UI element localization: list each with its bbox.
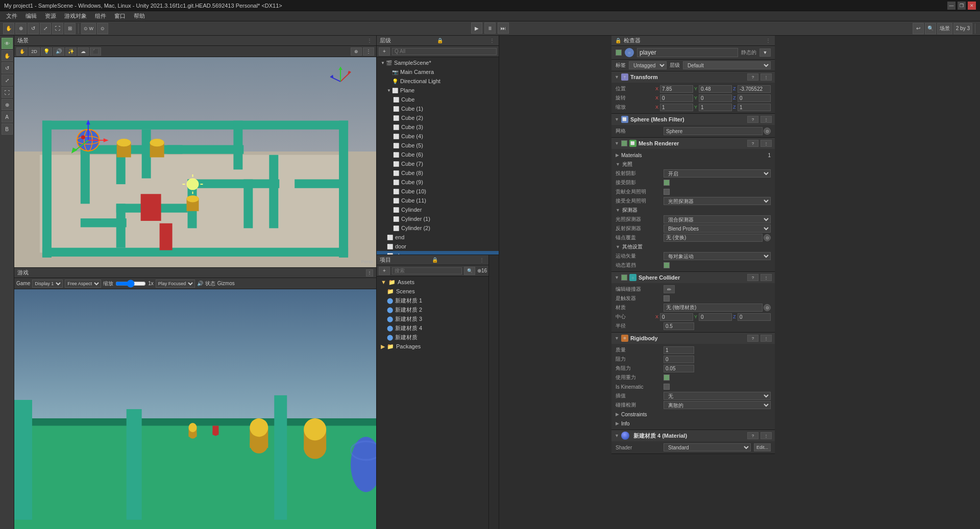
hierarchy-add-btn[interactable]: + xyxy=(379,47,390,56)
cast-shadow-dropdown[interactable]: 开启 xyxy=(664,169,771,178)
toolbar-center-btn[interactable]: ⊙ W xyxy=(81,23,96,34)
center-z-input[interactable] xyxy=(738,313,771,321)
receive-gi-dropdown[interactable]: 光照探测器 xyxy=(664,197,771,205)
layer-dropdown[interactable]: Default xyxy=(683,61,771,69)
project-filter-btn[interactable]: 🔍 xyxy=(464,267,475,275)
dynamic-occlusion-checkbox[interactable] xyxy=(664,262,670,268)
scene-more2-btn[interactable]: ⋮ xyxy=(363,47,374,56)
hierarchy-item-cube7[interactable]: ⬜ Cube (7) xyxy=(377,159,499,168)
rigidbody-header[interactable]: ▼ ⊕ Rigidbody ? ⋮ xyxy=(611,333,775,344)
scale-z-input[interactable] xyxy=(738,104,771,111)
collider-header[interactable]: ▼ ○ Sphere Collider ? ⋮ xyxy=(611,272,775,283)
rot-x-input[interactable] xyxy=(660,94,693,102)
scene-tool-eye[interactable]: 👁 xyxy=(2,38,13,49)
reflect-probe-dropdown[interactable]: Blend Probes xyxy=(664,224,771,233)
hierarchy-item-end[interactable]: ⬜ end xyxy=(377,233,499,242)
toolbar-rotate-btn[interactable]: ↺ xyxy=(28,23,39,34)
tag-dropdown[interactable]: Untagged xyxy=(629,61,667,69)
project-mat3[interactable]: ⬤ 新建材质 3 xyxy=(377,314,488,323)
scene-overlay-btn[interactable]: ⊕ xyxy=(351,47,362,56)
scene-light-btn[interactable]: 💡 xyxy=(41,47,52,56)
toolbar-rect-btn[interactable]: ⛶ xyxy=(52,23,63,34)
is-trigger-checkbox[interactable] xyxy=(664,295,670,301)
anchor-input[interactable] xyxy=(664,234,763,242)
scene-shading-btn[interactable]: ⬛ xyxy=(90,47,101,56)
scene-sky-btn[interactable]: ☁ xyxy=(78,47,89,56)
shader-edit-btn[interactable]: Edit... xyxy=(754,443,771,451)
toolbar-global-btn[interactable]: ⊙ xyxy=(97,23,108,34)
static-dropdown[interactable]: ▼ xyxy=(760,48,771,57)
step-btn[interactable]: ⏭ xyxy=(498,22,509,34)
project-more-btn[interactable]: ⋮ xyxy=(478,257,485,264)
menu-file[interactable]: 文件 xyxy=(2,11,21,21)
hierarchy-item-cylinder1[interactable]: ⬜ Cylinder (1) xyxy=(377,214,499,223)
hierarchy-search-input[interactable] xyxy=(392,48,497,55)
toolbar-hand-btn[interactable]: ✋ xyxy=(3,23,14,34)
hierarchy-item-light[interactable]: 💡 Directional Light xyxy=(377,77,499,86)
scene-view[interactable]: Persp xyxy=(14,57,376,267)
shader-dropdown[interactable]: Standard xyxy=(664,443,751,451)
hierarchy-item-door[interactable]: ⬜ door xyxy=(377,242,499,251)
mesh-picker-btn[interactable]: ⊙ xyxy=(764,128,771,135)
scene-more-btn[interactable]: ⋮ xyxy=(366,37,373,44)
view-dropdown[interactable]: 场景 xyxy=(937,23,952,34)
hierarchy-item-cube10[interactable]: ⬜ Cube (10) xyxy=(377,187,499,196)
undo-history-btn[interactable]: ↩ xyxy=(913,23,924,34)
motion-vector-dropdown[interactable]: 每对象运动 xyxy=(664,252,771,260)
meshfilter-header[interactable]: ▼ ⬜ Sphere (Mesh Filter) ? ⋮ xyxy=(611,114,775,125)
stats-btn[interactable]: 状态 xyxy=(205,280,215,287)
hierarchy-item-cylinder[interactable]: ⬜ Cylinder xyxy=(377,205,499,214)
pause-btn[interactable]: ⏸ xyxy=(484,22,496,34)
scale-x-input[interactable] xyxy=(660,104,693,111)
rot-z-input[interactable] xyxy=(738,94,771,102)
meshrenderer-settings-btn[interactable]: ⋮ xyxy=(761,140,772,147)
window-controls[interactable]: — ❐ ✕ xyxy=(947,2,976,10)
project-lock-btn[interactable]: 🔒 xyxy=(431,257,438,264)
toolbar-move-btn[interactable]: ⊕ xyxy=(15,23,27,34)
light-probe-dropdown[interactable]: 混合探测器 xyxy=(664,215,771,223)
project-mat2[interactable]: ⬤ 新建材质 2 xyxy=(377,305,488,314)
hierarchy-item-plane[interactable]: ▼ ⬜ Plane xyxy=(377,86,499,95)
hierarchy-item-cylinder2[interactable]: ⬜ Cylinder (2) xyxy=(377,223,499,233)
rigidbody-settings-btn[interactable]: ⋮ xyxy=(761,335,772,342)
receive-shadow-checkbox[interactable] xyxy=(664,180,670,186)
hierarchy-more-btn[interactable]: ⋮ xyxy=(488,37,496,44)
center-x-input[interactable] xyxy=(660,313,693,321)
pos-x-input[interactable] xyxy=(660,85,693,93)
hierarchy-item-cube9[interactable]: ⬜ Cube (9) xyxy=(377,178,499,187)
rot-y-input[interactable] xyxy=(699,94,732,102)
rigidbody-help-btn[interactable]: ? xyxy=(747,335,758,342)
project-mat1[interactable]: ⬤ 新建材质 1 xyxy=(377,296,488,305)
scene-tool-rotate[interactable]: ↺ xyxy=(2,62,13,73)
game-more-btn[interactable]: ⋮ xyxy=(366,269,373,276)
angular-drag-input[interactable] xyxy=(664,365,694,372)
mesh-input[interactable] xyxy=(664,127,763,135)
play-focused-dropdown[interactable]: Play Focused xyxy=(156,280,195,288)
collider-material-picker[interactable]: ⊙ xyxy=(764,304,771,311)
hierarchy-item-cube4[interactable]: ⬜ Cube (4) xyxy=(377,132,499,141)
toolbar-multi-btn[interactable]: ⊞ xyxy=(64,23,76,34)
hierarchy-item-cube2[interactable]: ⬜ Cube (2) xyxy=(377,113,499,122)
transform-help-btn[interactable]: ? xyxy=(747,73,758,81)
use-gravity-checkbox[interactable] xyxy=(664,374,670,381)
mass-input[interactable] xyxy=(664,346,694,354)
collider-checkbox[interactable] xyxy=(621,274,627,281)
contribute-gi-checkbox[interactable] xyxy=(664,189,670,195)
play-btn[interactable]: ▶ xyxy=(471,22,482,34)
zoom-slider[interactable] xyxy=(115,280,146,288)
project-assets-folder[interactable]: ▼ 📁 Assets xyxy=(377,278,488,287)
material-header[interactable]: ▼ 新建材质 4 (Material) ? ⋮ xyxy=(611,430,775,441)
hierarchy-item-scene[interactable]: ▼ 🎬 SampleScene* xyxy=(377,58,499,67)
center-y-input[interactable] xyxy=(699,313,732,321)
inspector-more-btn[interactable]: ⋮ xyxy=(765,37,772,44)
hierarchy-item-cube8[interactable]: ⬜ Cube (8) xyxy=(377,168,499,178)
search-btn[interactable]: 🔍 xyxy=(925,23,936,34)
maximize-btn[interactable]: ❐ xyxy=(958,2,966,10)
transform-settings-btn[interactable]: ⋮ xyxy=(761,73,772,81)
hierarchy-lock-btn[interactable]: 🔒 xyxy=(436,37,444,44)
close-btn[interactable]: ✕ xyxy=(968,2,976,10)
collider-material-input[interactable] xyxy=(664,304,763,312)
is-kinematic-checkbox[interactable] xyxy=(664,384,670,390)
menu-component[interactable]: 组件 xyxy=(91,11,110,21)
scene-tool-snap[interactable]: ⊕ xyxy=(2,99,13,110)
